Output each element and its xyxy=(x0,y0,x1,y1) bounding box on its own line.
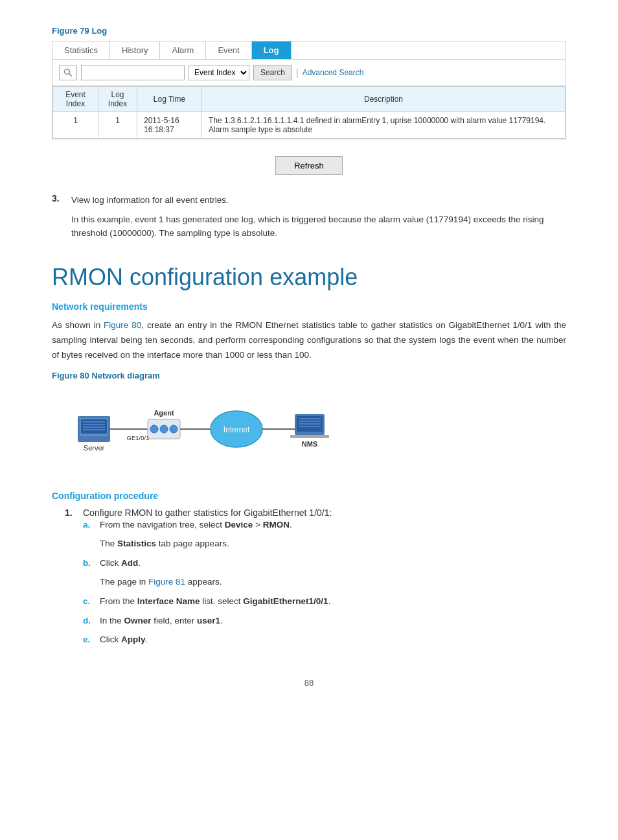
advanced-search-link[interactable]: Advanced Search xyxy=(303,68,364,77)
search-icon-box xyxy=(59,65,77,80)
col-log-index: Log Index xyxy=(98,87,137,112)
sub-steps-list: a. From the navigation tree, select Devi… xyxy=(83,518,332,647)
svg-rect-4 xyxy=(81,419,107,434)
separator: | xyxy=(296,67,299,78)
step-1-content: Configure RMON to gather statistics for … xyxy=(83,508,332,652)
event-index-select[interactable]: Event Index xyxy=(189,65,249,80)
figure-79-section: Figure 79 Log Statistics History Alarm E… xyxy=(52,26,566,184)
ge-label: GE1/0/1 xyxy=(127,434,150,441)
svg-point-11 xyxy=(150,425,158,433)
search-button[interactable]: Search xyxy=(253,65,292,80)
figure-80-title: Figure 80 Network diagram xyxy=(52,371,566,380)
add-bold: Add xyxy=(121,558,138,568)
nms-label: NMS xyxy=(302,440,317,448)
figure80-link[interactable]: Figure 80 xyxy=(104,320,141,330)
rmon-bold: RMON xyxy=(263,520,290,530)
network-diagram-svg: Server GE1/0/1 Agent Internet xyxy=(71,387,343,471)
sub-step-c-label: c. xyxy=(83,594,95,609)
sub-step-b-result: b. The page in Figure 81 appears. xyxy=(83,575,332,589)
search-bar: Event Index Search | Advanced Search xyxy=(52,60,566,86)
sub-step-e-label: e. xyxy=(83,633,95,647)
internet-label: Internet xyxy=(223,425,250,434)
network-diagram: Server GE1/0/1 Agent Internet xyxy=(71,387,343,478)
figure-79-title: Figure 79 Log xyxy=(52,26,566,36)
step-3-text2: In this example, event 1 has generated o… xyxy=(71,213,566,240)
network-requirements-section: Network requirements As shown in Figure … xyxy=(52,301,566,478)
cell-log-time: 2011-5-1616:18:37 xyxy=(137,112,202,139)
server-label: Server xyxy=(84,444,105,452)
tab-statistics[interactable]: Statistics xyxy=(52,41,110,59)
sub-step-b-label: b. xyxy=(83,556,95,570)
sub-step-a: a. From the navigation tree, select Devi… xyxy=(83,518,332,532)
sub-step-b: b. Click Add. xyxy=(83,556,332,570)
sub-step-d-text: In the Owner field, enter user1. xyxy=(100,614,223,628)
interface-name-bold: Interface Name xyxy=(137,596,200,606)
page-number: 88 xyxy=(52,678,566,688)
sub-step-a-result-text: The Statistics tab page appears. xyxy=(100,537,229,551)
col-description: Description xyxy=(202,87,566,112)
sub-step-d-label: d. xyxy=(83,614,95,628)
step-1-label: 1. xyxy=(65,508,76,652)
apply-bold: Apply xyxy=(121,635,146,644)
step-1-text: Configure RMON to gather statistics for … xyxy=(83,508,332,518)
cell-event-index: 1 xyxy=(53,112,98,139)
figure81-link[interactable]: Figure 81 xyxy=(148,577,185,587)
col-log-time: Log Time xyxy=(137,87,202,112)
sub-step-a-label: a. xyxy=(83,518,95,532)
col-event-index: Event Index xyxy=(53,87,98,112)
sub-step-c: c. From the Interface Name list. select … xyxy=(83,594,332,609)
log-table: Event Index Log Index Log Time Descripti… xyxy=(52,86,566,139)
tab-event[interactable]: Event xyxy=(206,41,251,59)
sub-step-b-text: Click Add. xyxy=(100,556,141,570)
cell-description: The 1.3.6.1.2.1.16.1.1.1.4.1 defined in … xyxy=(202,112,566,139)
device-bold: Device xyxy=(225,520,253,530)
config-procedure-heading: Configuration procedure xyxy=(52,491,566,501)
svg-rect-23 xyxy=(290,435,329,438)
sub-step-e: e. Click Apply. xyxy=(83,633,332,647)
config-procedure-section: Configuration procedure 1. Configure RMO… xyxy=(52,491,566,652)
svg-point-12 xyxy=(160,425,168,433)
step-3-number: 3. xyxy=(52,193,65,246)
step-3-content: View log information for all event entri… xyxy=(71,193,566,246)
search-icon xyxy=(63,68,73,77)
config-steps: 1. Configure RMON to gather statistics f… xyxy=(65,508,566,652)
statistics-tab-bold: Statistics xyxy=(117,539,156,548)
sub-step-e-text: Click Apply. xyxy=(100,633,148,647)
svg-point-0 xyxy=(65,69,70,75)
svg-point-13 xyxy=(170,425,177,433)
sub-step-d: d. In the Owner field, enter user1. xyxy=(83,614,332,628)
user1-bold: user1 xyxy=(197,616,220,625)
table-row: 1 1 2011-5-1616:18:37 The 1.3.6.1.2.1.16… xyxy=(53,112,566,139)
sub-step-a-text: From the navigation tree, select Device … xyxy=(100,518,292,532)
tab-alarm[interactable]: Alarm xyxy=(160,41,206,59)
step-3-section: 3. View log information for all event en… xyxy=(52,193,566,246)
tab-history[interactable]: History xyxy=(110,41,160,59)
step-1: 1. Configure RMON to gather statistics f… xyxy=(65,508,566,652)
svg-line-1 xyxy=(69,74,73,77)
tab-bar: Statistics History Alarm Event Log xyxy=(52,41,566,60)
agent-label: Agent xyxy=(154,409,174,417)
owner-bold: Owner xyxy=(124,616,152,625)
network-requirements-para: As shown in Figure 80, create an entry i… xyxy=(52,318,566,363)
sub-step-a-result: a. The Statistics tab page appears. xyxy=(83,537,332,551)
sub-step-b-result-text: The page in Figure 81 appears. xyxy=(100,575,222,589)
tab-log[interactable]: Log xyxy=(252,41,292,59)
search-input[interactable] xyxy=(81,65,185,80)
ge101-bold: GigabitEthernet1/0/1 xyxy=(243,596,328,606)
refresh-button[interactable]: Refresh xyxy=(275,156,343,175)
network-requirements-heading: Network requirements xyxy=(52,301,566,312)
log-panel: Statistics History Alarm Event Log Event… xyxy=(52,41,566,139)
section-title: RMON configuration example xyxy=(52,264,566,291)
cell-log-index: 1 xyxy=(98,112,137,139)
refresh-wrapper: Refresh xyxy=(52,147,566,184)
step-3-text1: View log information for all event entri… xyxy=(71,193,566,207)
sub-step-c-text: From the Interface Name list. select Gig… xyxy=(100,594,330,609)
